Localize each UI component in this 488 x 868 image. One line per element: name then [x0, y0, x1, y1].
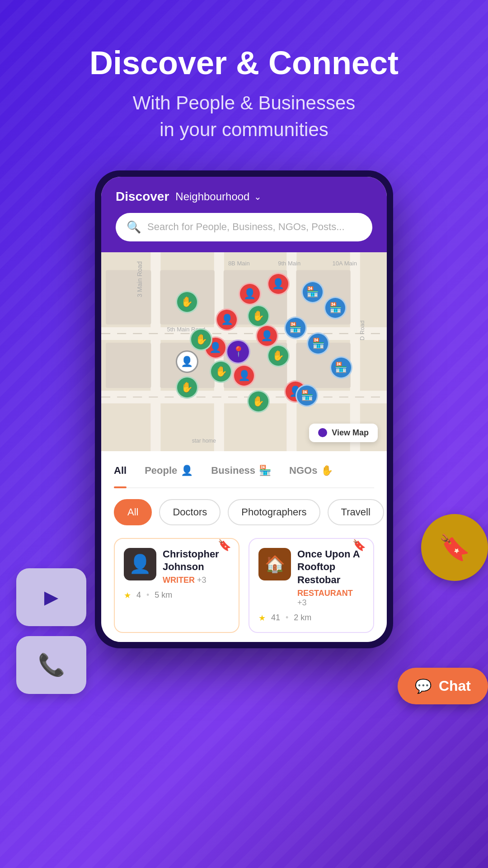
filter-all-label: All: [127, 506, 138, 518]
chat-button[interactable]: 💬 Chat: [398, 668, 488, 704]
person-silhouette-icon: 👤: [129, 553, 151, 575]
chat-bubble-icon: 💬: [415, 678, 432, 694]
bookmark-button[interactable]: 🔖: [421, 514, 488, 581]
person-stats: ★ 4 • 5 km: [124, 590, 230, 600]
map-pin-blue[interactable]: 🏪: [284, 316, 307, 339]
filter-photographers[interactable]: Photographers: [228, 499, 320, 525]
ngos-icon: ✋: [321, 465, 333, 476]
map-pin-green[interactable]: ✋: [176, 376, 198, 399]
tab-all-label: All: [114, 465, 127, 476]
map-pin-blue[interactable]: 🏪: [324, 297, 347, 319]
bottom-section: All People 👤 Business 🏪 NGOs ✋: [101, 451, 387, 642]
filter-travell-1-label: Travell: [341, 506, 371, 518]
map-pin-green[interactable]: ✋: [247, 305, 270, 327]
discover-label: Discover: [116, 189, 169, 204]
view-map-button[interactable]: View Map: [309, 424, 378, 442]
tab-people[interactable]: People 👤: [145, 465, 193, 482]
bookmark-icon-person: 🔖: [218, 539, 231, 552]
map-pins: 👤👤👤👤👤👤👤🏪🏪🏪🏪🏪🏪✋✋✋✋✋✋✋📍👤: [101, 252, 387, 451]
map-pin-green[interactable]: ✋: [267, 344, 290, 367]
map-pin-white[interactable]: 👤: [176, 350, 198, 373]
restaurant-name: Once Upon A Rooftop Restobar: [297, 548, 364, 587]
person-rating: 4: [136, 590, 141, 600]
map-pin-green[interactable]: ✋: [210, 360, 232, 383]
person-role: WRITER +3: [163, 576, 230, 585]
filter-row: All Doctors Photographers Travell Travel…: [114, 499, 374, 525]
map-pin-blue[interactable]: 🏪: [301, 281, 324, 303]
neighbourhood-label: Neighbourhood: [175, 190, 249, 203]
person-name: Christopher Johnson: [163, 548, 230, 574]
map-pin-red[interactable]: 👤: [256, 325, 278, 347]
map-pin-red[interactable]: 👤: [267, 273, 290, 295]
tab-business-label: Business: [211, 465, 255, 476]
search-input-placeholder: Search for People, Business, NGOs, Posts…: [147, 221, 345, 233]
business-icon: 🏪: [259, 465, 271, 476]
bookmark-icon-restaurant: 🔖: [352, 539, 366, 552]
result-card-restaurant[interactable]: 🔖 🏠 Once Upon A Rooftop Restobar RESTAUR…: [249, 538, 374, 633]
map-pin-location[interactable]: 📍: [226, 340, 250, 364]
map-pin-red[interactable]: 👤: [233, 364, 255, 387]
discover-row: Discover Neighbourhood ⌄: [116, 189, 372, 204]
person-avatar: 👤: [124, 548, 156, 580]
map-pin-green[interactable]: ✋: [190, 328, 212, 351]
filter-travell-1[interactable]: Travell: [328, 499, 384, 525]
restaurant-distance: 2 km: [294, 613, 311, 623]
people-icon: 👤: [181, 465, 193, 476]
tab-business[interactable]: Business 🏪: [211, 465, 271, 482]
restaurant-icon: 🏠: [265, 555, 285, 574]
card-top-restaurant: 🏠 Once Upon A Rooftop Restobar RESTAURAN…: [258, 548, 364, 608]
navigate-button[interactable]: ►: [16, 568, 86, 626]
category-tabs: All People 👤 Business 🏪 NGOs ✋: [114, 465, 374, 488]
card-top-person: 👤 Christopher Johnson WRITER +3: [124, 548, 230, 585]
call-button[interactable]: 📞: [16, 636, 86, 694]
map-container[interactable]: 3 Main Road 5th Main Road 8B Main 9th Ma…: [101, 252, 387, 451]
tab-ngos-label: NGOs: [289, 465, 317, 476]
filter-photographers-label: Photographers: [241, 506, 306, 518]
tab-people-label: People: [145, 465, 177, 476]
hero-subtitle: With People & Businesses in your communi…: [27, 90, 461, 143]
results-grid: 🔖 👤 Christopher Johnson WRITER +3: [114, 538, 374, 633]
search-icon: 🔍: [127, 220, 141, 234]
map-pin-blue[interactable]: 🏪: [296, 384, 318, 407]
view-map-dot-icon: [318, 428, 327, 437]
phone-screen: Discover Neighbourhood ⌄ 🔍 Search for Pe…: [101, 177, 387, 642]
star-icon: ★: [124, 590, 131, 600]
star-icon-rest: ★: [258, 613, 266, 623]
chevron-down-icon: ⌄: [254, 191, 262, 202]
result-card-person[interactable]: 🔖 👤 Christopher Johnson WRITER +3: [114, 538, 239, 633]
phone-mockup: Discover Neighbourhood ⌄ 🔍 Search for Pe…: [95, 170, 393, 648]
neighbourhood-dropdown[interactable]: Neighbourhood ⌄: [175, 190, 262, 203]
map-pin-blue[interactable]: 🏪: [330, 356, 352, 379]
search-bar[interactable]: 🔍 Search for People, Business, NGOs, Pos…: [116, 213, 372, 241]
restaurant-stats: ★ 41 • 2 km: [258, 613, 364, 623]
hero-title: Discover & Connect: [27, 45, 461, 81]
filter-doctors-label: Doctors: [173, 506, 207, 518]
filter-all[interactable]: All: [114, 499, 152, 525]
filter-doctors[interactable]: Doctors: [159, 499, 221, 525]
tab-all[interactable]: All: [114, 465, 127, 482]
map-pin-green[interactable]: ✋: [176, 291, 198, 313]
restaurant-rating: 41: [271, 613, 280, 623]
restaurant-role: RESTAURANT +3: [297, 589, 364, 608]
map-pin-green[interactable]: ✋: [247, 390, 270, 413]
chat-label: Chat: [439, 678, 471, 694]
phone-wrapper: ► 📞 🔖 💬 Chat Discover Neighbourhood ⌄: [0, 170, 488, 648]
app-header: Discover Neighbourhood ⌄ 🔍 Search for Pe…: [101, 177, 387, 252]
person-distance: 5 km: [155, 590, 172, 600]
map-pin-red[interactable]: 👤: [239, 283, 261, 305]
map-pin-blue[interactable]: 🏪: [307, 332, 329, 355]
tab-ngos[interactable]: NGOs ✋: [289, 465, 333, 482]
card-info-restaurant: Once Upon A Rooftop Restobar RESTAURANT …: [297, 548, 364, 608]
view-map-label: View Map: [332, 428, 369, 438]
hero-section: Discover & Connect With People & Busines…: [0, 0, 488, 170]
restaurant-avatar: 🏠: [258, 548, 291, 580]
map-pin-red[interactable]: 👤: [216, 308, 238, 331]
card-info-person: Christopher Johnson WRITER +3: [163, 548, 230, 585]
